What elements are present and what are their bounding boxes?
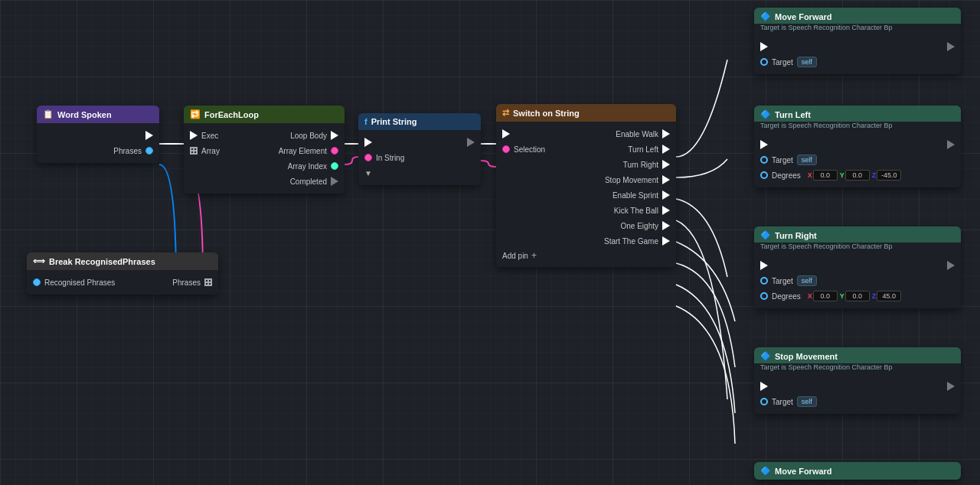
pin-loop-body-out[interactable] <box>331 131 338 140</box>
label-kick-ball-switch: Kick The Ball <box>614 207 658 215</box>
node-word-spoken-body: Phrases <box>37 123 159 163</box>
degree-x-tr: X 0.0 <box>808 291 838 301</box>
label-in-string: In String <box>376 154 404 162</box>
pin-target-tl[interactable] <box>760 156 768 164</box>
pin-exec-in-tr[interactable] <box>760 261 768 270</box>
pin-array-index-out[interactable] <box>331 162 338 170</box>
degree-x-value-tr[interactable]: 0.0 <box>813 291 838 301</box>
node-switch-on-string[interactable]: ⇄ Switch on String Enable Walk Selection… <box>496 104 676 267</box>
degree-y-tl: Y 0.0 <box>840 170 870 181</box>
label-target-tl: Target <box>772 156 793 164</box>
node-turn-left-header: 🔷 Turn Left <box>754 106 961 123</box>
pin-phrases-break-out[interactable] <box>204 278 212 286</box>
label-exec-foreach: Exec <box>201 132 218 140</box>
self-badge-tl[interactable]: self <box>797 155 817 165</box>
pin-kick-ball-out[interactable] <box>662 206 670 215</box>
pin-degrees-tr[interactable] <box>760 292 768 300</box>
pin-exec-out-mf1[interactable] <box>947 42 955 51</box>
node-break-recognised[interactable]: ⟺ Break RecognisedPhrases Recognised Phr… <box>27 252 218 295</box>
label-completed: Completed <box>290 177 327 186</box>
pin-exec-out-print[interactable] <box>467 138 475 147</box>
node-print-instring-row: In String <box>358 150 481 165</box>
label-target-mf1: Target <box>772 58 793 67</box>
node-tr-target-row: Target self <box>754 273 961 288</box>
pin-exec-out-tl[interactable] <box>947 140 955 149</box>
pin-exec-out[interactable] <box>145 131 153 140</box>
pin-instring-in[interactable] <box>364 154 372 161</box>
pin-exec-in-tl[interactable] <box>760 140 768 149</box>
node-turn-left[interactable]: 🔷 Turn Left Target is Speech Recognition… <box>754 106 961 187</box>
node-break-phrases-row: Recognised Phrases Phrases <box>27 275 218 290</box>
node-move-forward-2-header: 🔷 Move Forward <box>754 462 961 480</box>
node-word-spoken[interactable]: 📋 Word Spoken Phrases <box>37 106 159 163</box>
pin-turn-left-out[interactable] <box>662 145 670 154</box>
node-turn-right[interactable]: 🔷 Turn Right Target is Speech Recognitio… <box>754 226 961 308</box>
node-move-forward-1-body: Target self <box>754 34 961 74</box>
node-foreach-body: Exec Loop Body Array Array Element Array… <box>184 123 345 194</box>
label-one-eighty-switch: One Eighty <box>621 222 658 230</box>
pin-target-sm[interactable] <box>760 398 768 405</box>
pin-recognised-in[interactable] <box>33 278 41 286</box>
node-break-icon: ⟺ <box>33 256 45 266</box>
node-move-forward-2-icon: 🔷 <box>760 466 771 476</box>
self-badge-tr[interactable]: self <box>797 275 817 286</box>
pin-enable-walk-out[interactable] <box>662 129 670 138</box>
self-badge-sm[interactable]: self <box>797 396 817 407</box>
pin-stop-movement-out[interactable] <box>662 175 670 184</box>
degree-x-tl: X 0.0 <box>808 170 838 181</box>
label-turn-right-switch: Turn Right <box>623 161 658 169</box>
pin-completed-out[interactable] <box>331 177 338 186</box>
node-sm-target-row: Target self <box>754 394 961 409</box>
node-foreach-header: 🔁 ForEachLoop <box>184 106 345 123</box>
node-move-forward-1-header: 🔷 Move Forward <box>754 8 961 25</box>
node-break-header: ⟺ Break RecognisedPhrases <box>27 252 218 270</box>
self-badge-mf1[interactable]: self <box>797 57 817 67</box>
node-move-forward-1-icon: 🔷 <box>760 11 771 21</box>
node-turn-left-body: Target self Degrees X 0.0 Y 0.0 <box>754 132 961 187</box>
pin-selection-in[interactable] <box>502 145 510 153</box>
node-stop-movement-subtitle: Target is Speech Recognition Character B… <box>754 363 961 374</box>
node-move-forward-2[interactable]: 🔷 Move Forward <box>754 462 961 480</box>
node-turn-left-title: Turn Left <box>775 110 811 119</box>
node-switch-title: Switch on String <box>513 109 580 118</box>
pin-exec-in-print[interactable] <box>364 138 372 147</box>
node-switch-kickball-row: Kick The Ball <box>496 203 676 218</box>
pin-array-element-out[interactable] <box>331 147 338 155</box>
pin-exec-in-mf1[interactable] <box>760 42 768 51</box>
pin-degrees-tl[interactable] <box>760 171 768 179</box>
node-stop-movement[interactable]: 🔷 Stop Movement Target is Speech Recogni… <box>754 347 961 414</box>
add-pin-icon[interactable]: + <box>531 250 537 261</box>
degree-z-value-tr[interactable]: 45.0 <box>877 291 901 301</box>
node-break-body: Recognised Phrases Phrases <box>27 270 218 295</box>
node-foreach-loop[interactable]: 🔁 ForEachLoop Exec Loop Body Array Array… <box>184 106 345 194</box>
pin-exec-out-tr[interactable] <box>947 261 955 270</box>
node-move-forward-1-subtitle: Target is Speech Recognition Character B… <box>754 24 961 34</box>
degree-x-value-tl[interactable]: 0.0 <box>813 170 838 181</box>
node-switch-turnright-row: Turn Right <box>496 157 676 172</box>
node-print-string[interactable]: f Print String In String ▼ <box>358 113 481 185</box>
node-move-forward-1[interactable]: 🔷 Move Forward Target is Speech Recognit… <box>754 8 961 74</box>
pin-phrases-out[interactable] <box>145 147 153 155</box>
pin-exec-in-switch[interactable] <box>502 129 510 138</box>
pin-enable-sprint-out[interactable] <box>662 190 670 200</box>
label-stop-movement-switch: Stop Movement <box>605 176 658 184</box>
collapse-icon[interactable]: ▼ <box>364 169 372 177</box>
pin-target-tr[interactable] <box>760 277 768 285</box>
pin-exec-in-foreach[interactable] <box>190 131 198 140</box>
node-foreach-icon: 🔁 <box>190 109 201 119</box>
label-degrees-tr: Degrees <box>772 292 801 301</box>
pin-exec-out-sm[interactable] <box>947 382 955 391</box>
degree-y-value-tl[interactable]: 0.0 <box>845 170 870 181</box>
degree-x-label-tl: X <box>808 171 812 179</box>
degree-y-value-tr[interactable]: 0.0 <box>845 291 870 301</box>
pin-turn-right-out[interactable] <box>662 160 670 169</box>
node-switch-addpin-row[interactable]: Add pin + <box>496 249 676 262</box>
node-sm-exec-row <box>754 379 961 394</box>
pin-start-game-out[interactable] <box>662 236 670 246</box>
degree-z-value-tl[interactable]: -45.0 <box>877 170 901 181</box>
pin-exec-in-sm[interactable] <box>760 382 768 391</box>
pin-target-mf1[interactable] <box>760 58 768 66</box>
pin-one-eighty-out[interactable] <box>662 221 670 230</box>
node-mf1-target-row: Target self <box>754 54 961 70</box>
pin-array-in[interactable] <box>190 147 198 155</box>
